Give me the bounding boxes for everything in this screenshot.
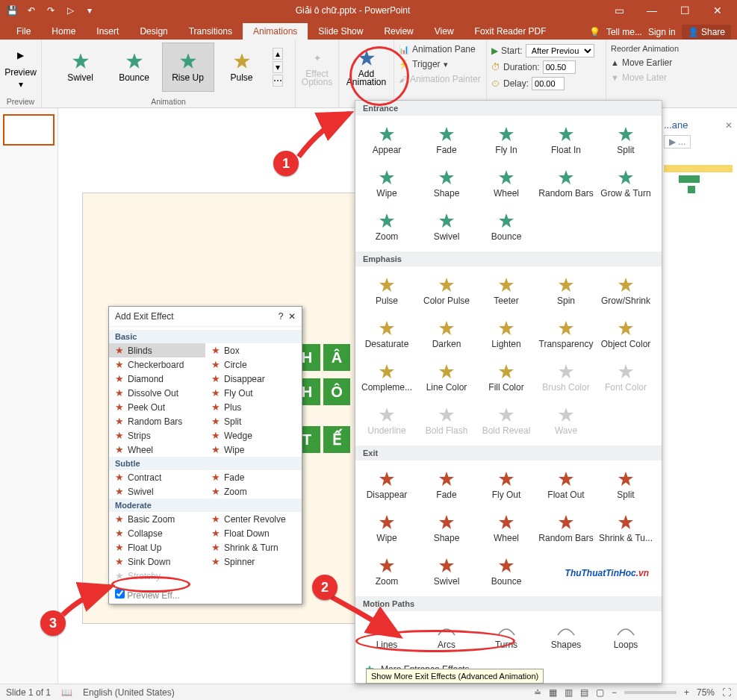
- effect-checkerboard[interactable]: ★Checkerboard: [109, 357, 205, 372]
- effect-compleme-[interactable]: Compleme...: [357, 356, 417, 399]
- view-reading-icon[interactable]: ▤: [580, 687, 588, 698]
- effect-fade[interactable]: Fade: [417, 119, 476, 162]
- duration-input[interactable]: [543, 60, 576, 74]
- effect-darken[interactable]: Darken: [417, 313, 476, 356]
- gallery-more-icon[interactable]: ⋯: [273, 75, 283, 87]
- motion-turns[interactable]: Turns: [476, 614, 536, 657]
- gallery-bounce[interactable]: Bounce: [108, 43, 161, 92]
- effect-random-bars[interactable]: Random Bars: [536, 507, 596, 550]
- pane-item[interactable]: [688, 186, 695, 193]
- add-animation-button[interactable]: Add Animation: [346, 43, 388, 92]
- slide-thumbnail[interactable]: [3, 114, 55, 146]
- start-select[interactable]: After Previous: [526, 44, 594, 57]
- animation-pane-button[interactable]: 📊 Animation Pane: [399, 44, 476, 54]
- animation-gallery[interactable]: Swivel Bounce Rise Up Pulse ▴ ▾ ⋯: [55, 43, 283, 92]
- zoom-slider[interactable]: [624, 691, 677, 694]
- effect-appear[interactable]: Appear: [357, 119, 417, 162]
- signin-link[interactable]: Sign in: [648, 27, 676, 37]
- qat-more-icon[interactable]: ▾: [84, 4, 96, 16]
- notes-button[interactable]: ≐: [534, 687, 541, 698]
- effect-random-bars[interactable]: Random Bars: [536, 162, 596, 205]
- gallery-pulse[interactable]: Pulse: [216, 43, 268, 92]
- pane-close-icon[interactable]: ✕: [725, 120, 733, 131]
- effect-wipe[interactable]: Wipe: [357, 162, 417, 205]
- ribbon-options-icon[interactable]: ▭: [604, 0, 634, 21]
- fit-icon[interactable]: ⛶: [722, 687, 731, 698]
- effect-disappear[interactable]: Disappear: [357, 463, 417, 507]
- view-slideshow-icon[interactable]: ▢: [596, 687, 604, 698]
- effect-fly-out[interactable]: Fly Out: [476, 463, 536, 507]
- effect-sink-down[interactable]: ★Sink Down: [109, 554, 205, 569]
- effect-fill-color[interactable]: Fill Color: [476, 356, 536, 399]
- effect-random-bars[interactable]: ★Random Bars: [109, 414, 205, 428]
- move-later-button[interactable]: ▼ Move Later: [611, 72, 667, 83]
- gallery-up-icon[interactable]: ▴: [273, 48, 283, 60]
- effect-swivel[interactable]: Swivel: [417, 205, 476, 249]
- effect-wheel[interactable]: Wheel: [476, 507, 536, 550]
- effect-diamond[interactable]: ★Diamond: [109, 372, 205, 386]
- effect-shape[interactable]: Shape: [417, 507, 476, 550]
- tab-foxit[interactable]: Foxit Reader PDF: [464, 23, 557, 40]
- effect-strips[interactable]: ★Strips: [109, 428, 205, 443]
- letter-box[interactable]: Ế: [323, 426, 350, 453]
- effect-pulse[interactable]: Pulse: [357, 269, 417, 313]
- effect-plus[interactable]: ★Plus: [205, 400, 302, 414]
- letter-box[interactable]: Â: [323, 344, 350, 371]
- effect-fade[interactable]: Fade: [417, 463, 476, 507]
- move-earlier-button[interactable]: ▲ Move Earlier: [611, 57, 672, 68]
- animation-painter-button[interactable]: 🖌 Animation Painter: [399, 74, 481, 84]
- tellme-icon[interactable]: 💡: [589, 27, 600, 37]
- minimize-icon[interactable]: —: [637, 0, 667, 21]
- motion-shapes[interactable]: Shapes: [536, 614, 596, 657]
- effect-float-down[interactable]: ★Float Down: [205, 526, 302, 540]
- preview-effect-checkbox[interactable]: Preview Eff...: [115, 590, 180, 601]
- pane-item[interactable]: [664, 165, 733, 172]
- view-normal-icon[interactable]: ▦: [549, 687, 557, 698]
- effect-center-revolve[interactable]: ★Center Revolve: [205, 512, 302, 526]
- effect-zoom[interactable]: ★Zoom: [205, 484, 302, 499]
- effect-float-out[interactable]: Float Out: [536, 463, 596, 507]
- pane-item[interactable]: [679, 175, 700, 183]
- dialog-close-icon[interactable]: ✕: [288, 311, 296, 322]
- effect-blinds[interactable]: ★Blinds: [109, 343, 205, 357]
- effect-dissolve-out[interactable]: ★Dissolve Out: [109, 386, 205, 400]
- view-sorter-icon[interactable]: ▥: [565, 687, 573, 698]
- effect-wipe[interactable]: Wipe: [357, 507, 417, 550]
- effect-swivel[interactable]: Swivel: [417, 550, 476, 593]
- effect-split[interactable]: ★Split: [205, 414, 302, 428]
- save-icon[interactable]: 💾: [6, 4, 18, 16]
- effect-split[interactable]: Split: [596, 119, 656, 162]
- effect-transparency[interactable]: Transparency: [536, 313, 596, 356]
- tellme-text[interactable]: Tell me...: [606, 27, 642, 37]
- effect-shrink-turn[interactable]: ★Shrink & Turn: [205, 540, 302, 554]
- effect-color-pulse[interactable]: Color Pulse: [417, 269, 476, 313]
- effect-bounce[interactable]: Bounce: [476, 205, 536, 249]
- effect-disappear[interactable]: ★Disappear: [205, 372, 302, 386]
- effect-grow-shrink[interactable]: Grow/Shrink: [596, 269, 656, 313]
- effect-stretchy[interactable]: ★Stretchy: [109, 569, 205, 583]
- effect-shape[interactable]: Shape: [417, 162, 476, 205]
- effect-options-button[interactable]: ✦ Effect Options: [296, 43, 338, 92]
- tab-animations[interactable]: Animations: [243, 23, 308, 40]
- effect-spinner[interactable]: ★Spinner: [205, 554, 302, 569]
- effect-fly-in[interactable]: Fly In: [476, 119, 536, 162]
- spellcheck-icon[interactable]: 📖: [61, 687, 72, 698]
- gallery-down-icon[interactable]: ▾: [273, 61, 283, 73]
- tab-slideshow[interactable]: Slide Show: [308, 23, 373, 40]
- effect-wheel[interactable]: ★Wheel: [109, 443, 205, 457]
- trigger-button[interactable]: ⚡ Trigger ▾: [399, 59, 448, 69]
- effect-circle[interactable]: ★Circle: [205, 357, 302, 372]
- effect-zoom[interactable]: Zoom: [357, 205, 417, 249]
- effect-grow-turn[interactable]: Grow & Turn: [596, 162, 656, 205]
- zoom-level[interactable]: 75%: [697, 687, 715, 698]
- redo-icon[interactable]: ↷: [45, 4, 57, 16]
- motion-loops[interactable]: Loops: [596, 614, 656, 657]
- effect-teeter[interactable]: Teeter: [476, 269, 536, 313]
- effect-wheel[interactable]: Wheel: [476, 162, 536, 205]
- effect-contract[interactable]: ★Contract: [109, 470, 205, 484]
- effect-wipe[interactable]: ★Wipe: [205, 443, 302, 457]
- effect-split[interactable]: Split: [596, 463, 656, 507]
- tab-home[interactable]: Home: [41, 23, 86, 40]
- effect-desaturate[interactable]: Desaturate: [357, 313, 417, 356]
- tab-view[interactable]: View: [424, 23, 464, 40]
